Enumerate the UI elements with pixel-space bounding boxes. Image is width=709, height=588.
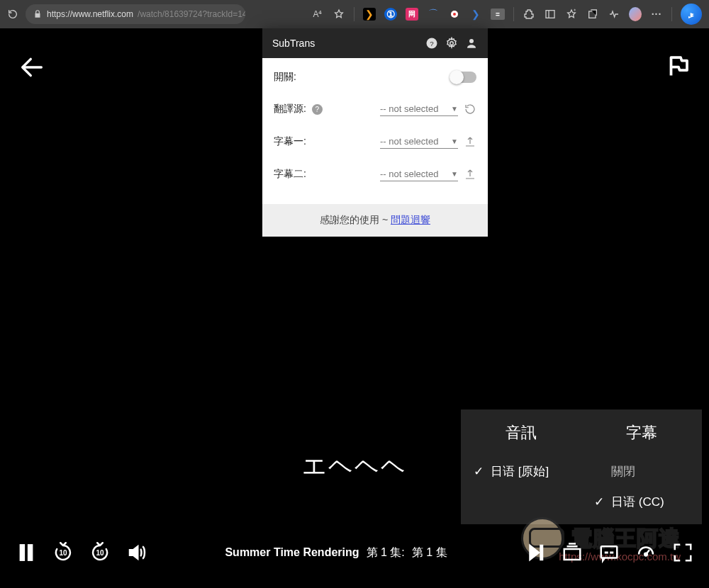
sub1-label: 字幕一: <box>274 135 306 148</box>
toolbar-separator-3 <box>671 7 672 21</box>
subtrans-popup: SubTrans ? 開關: 翻譯源: ? -- not selected▼ 字… <box>262 28 488 237</box>
seek-back-label: 10 <box>56 549 70 557</box>
audio-column: 音訊 ✓ 日语 [原始] <box>461 422 581 517</box>
reader-mode-icon[interactable]: A⁴ <box>311 8 324 21</box>
sub2-upload-icon[interactable] <box>464 168 476 181</box>
svg-point-4 <box>450 42 454 45</box>
url-path: /watch/81639724?trackId=141... <box>138 9 245 19</box>
subtrans-source-row: 翻譯源: ? -- not selected▼ <box>274 102 476 116</box>
check-icon: ✓ <box>593 494 605 509</box>
volume-button[interactable] <box>126 542 147 563</box>
series-name: Summer Time Rendering <box>225 546 359 559</box>
episode-title: Summer Time Rendering 第 1 集: 第 1 集 <box>225 545 447 560</box>
audio-heading: 音訊 <box>468 422 574 443</box>
right-controls <box>525 542 693 563</box>
source-refresh-icon[interactable] <box>464 103 476 115</box>
profile-avatar[interactable] <box>629 8 642 21</box>
switch-label: 開關: <box>274 71 296 84</box>
episodes-button[interactable] <box>562 542 583 563</box>
sidebar-icon[interactable] <box>544 8 557 21</box>
favorites-icon[interactable] <box>565 8 578 21</box>
ext-icon-3[interactable]: 网 <box>406 8 418 21</box>
url-host: https://www.netflix.com <box>47 9 133 19</box>
help-icon[interactable]: ? <box>425 37 438 50</box>
subtrans-sub2-row: 字幕二: -- not selected▼ <box>274 167 476 181</box>
svg-rect-0 <box>546 11 554 18</box>
ext-subtrans-active-icon[interactable]: = <box>491 9 505 20</box>
footer-text: 感謝您的使用 ~ <box>320 214 391 225</box>
next-episode-button[interactable] <box>525 542 546 563</box>
health-icon[interactable] <box>608 8 620 21</box>
ext-icon-2[interactable]: ① <box>384 8 397 21</box>
bing-icon[interactable] <box>681 4 702 25</box>
sub1-select[interactable]: -- not selected▼ <box>380 135 458 149</box>
source-help-icon[interactable]: ? <box>312 104 323 115</box>
svg-rect-6 <box>20 545 24 561</box>
subtrans-footer: 感謝您的使用 ~ 問題迴響 <box>262 204 488 237</box>
seek-back-button[interactable]: 10 <box>52 542 74 563</box>
subtrans-header: SubTrans ? <box>262 28 488 58</box>
toolbar-separator-2 <box>513 7 514 21</box>
back-button[interactable] <box>18 53 46 81</box>
extensions-icon[interactable] <box>523 8 535 21</box>
source-label: 翻譯源: <box>274 103 306 115</box>
settings-icon[interactable] <box>445 37 458 50</box>
ext-icon-6[interactable]: ❯ <box>469 8 482 21</box>
svg-point-5 <box>469 39 474 43</box>
toolbar-icons: A⁴ ❯ ① 网 ⌒ ❯ = ··· <box>311 4 702 25</box>
subtrans-title: SubTrans <box>272 38 418 49</box>
report-flag-button[interactable] <box>666 53 691 79</box>
svg-text:?: ? <box>430 40 434 47</box>
ext-icon-5[interactable] <box>448 8 461 21</box>
more-icon[interactable]: ··· <box>650 8 663 21</box>
speed-button[interactable] <box>635 542 657 563</box>
audio-option-label: 日语 [原始] <box>491 463 549 480</box>
subtitle-heading: 字幕 <box>588 422 695 443</box>
subtitle-option-label: 關閉 <box>611 463 635 480</box>
browser-toolbar: https://www.netflix.com/watch/81639724?t… <box>0 0 709 28</box>
episode-number: 第 1 集 <box>412 545 447 560</box>
subtitles-button[interactable] <box>598 542 620 563</box>
account-icon[interactable] <box>465 37 478 50</box>
feedback-link[interactable]: 問題迴響 <box>391 214 430 225</box>
svg-rect-8 <box>541 545 543 560</box>
audio-subtitle-popup: 音訊 ✓ 日语 [原始] 字幕 關閉 ✓ 日语 (CC) <box>461 409 702 524</box>
collections-icon[interactable] <box>586 8 599 21</box>
player-controls: 10 10 Summer Time Rendering 第 1 集: 第 1 集 <box>0 535 709 570</box>
seek-fwd-label: 10 <box>93 549 107 557</box>
video-subtitle-text: エヘヘヘ <box>302 450 407 482</box>
pause-button[interactable] <box>16 542 37 563</box>
svg-rect-10 <box>601 546 618 558</box>
episode-group: 第 1 集: <box>367 545 405 560</box>
ext-icon-4[interactable]: ⌒ <box>427 8 440 21</box>
favorite-star-icon[interactable] <box>333 8 345 21</box>
reload-icon[interactable] <box>7 9 18 20</box>
toolbar-separator <box>354 7 354 21</box>
fullscreen-button[interactable] <box>672 542 693 563</box>
sub2-select[interactable]: -- not selected▼ <box>380 167 458 181</box>
seek-forward-button[interactable]: 10 <box>89 542 111 563</box>
sub2-label: 字幕二: <box>274 168 306 181</box>
subtitle-option-label: 日语 (CC) <box>611 494 664 510</box>
subtrans-switch-row: 開關: <box>274 71 476 84</box>
address-bar[interactable]: https://www.netflix.com/watch/81639724?t… <box>26 4 245 24</box>
check-icon: ✓ <box>472 464 485 479</box>
subtitle-option-1[interactable]: ✓ 日语 (CC) <box>588 487 695 517</box>
svg-rect-9 <box>564 549 581 560</box>
power-toggle[interactable] <box>451 72 476 83</box>
audio-option-0[interactable]: ✓ 日语 [原始] <box>468 456 574 487</box>
ext-icon-1[interactable]: ❯ <box>363 8 376 21</box>
sub1-upload-icon[interactable] <box>464 135 476 148</box>
video-player[interactable]: SubTrans ? 開關: 翻譯源: ? -- not selected▼ 字… <box>0 28 709 588</box>
lock-icon <box>33 9 43 19</box>
source-select[interactable]: -- not selected▼ <box>380 102 458 116</box>
subtrans-sub1-row: 字幕一: -- not selected▼ <box>274 135 476 149</box>
subtitle-option-0[interactable]: 關閉 <box>588 456 695 487</box>
svg-point-11 <box>644 553 647 556</box>
svg-rect-7 <box>28 545 33 561</box>
subtitle-column: 字幕 關閉 ✓ 日语 (CC) <box>581 422 702 517</box>
